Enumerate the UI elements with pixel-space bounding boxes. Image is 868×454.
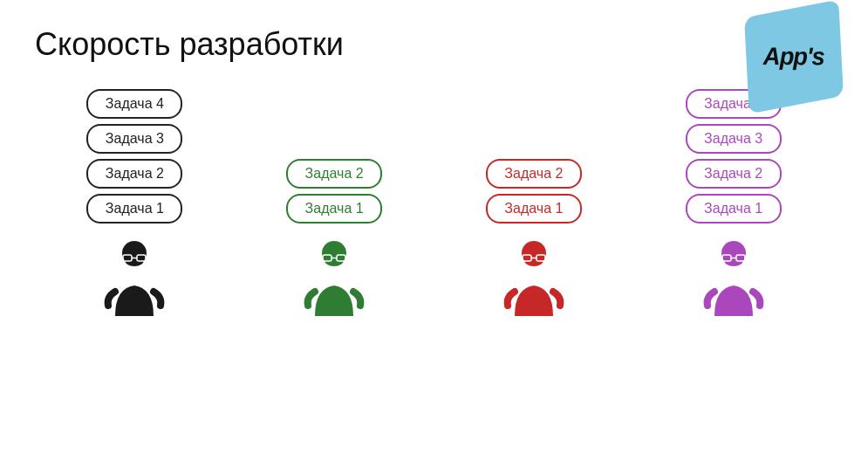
task-purple-3: Задача 3 [686, 124, 782, 154]
task-black-4: Задача 4 [86, 89, 182, 119]
task-purple-2: Задача 2 [686, 159, 782, 189]
task-black-3: Задача 3 [86, 124, 182, 154]
page: Скорость разработки App's Задача 4 Задач… [0, 0, 868, 454]
svg-point-6 [325, 254, 344, 266]
person-icon-green [299, 237, 369, 316]
task-green-1: Задача 1 [286, 194, 382, 224]
column-black: Задача 4 Задача 3 Задача 2 Задача 1 [35, 89, 235, 316]
person-icon-black [99, 237, 169, 316]
apps-logo-shape: App's [744, 0, 844, 114]
apps-logo-text: App's [763, 43, 824, 72]
page-title: Скорость разработки [35, 26, 833, 63]
svg-point-1 [125, 254, 144, 266]
task-black-1: Задача 1 [86, 194, 182, 224]
person-icon-purple [699, 237, 769, 316]
person-icon-red [499, 237, 569, 316]
column-green: Задача 2 Задача 1 [235, 159, 434, 316]
task-black-2: Задача 2 [86, 159, 182, 189]
columns-container: Задача 4 Задача 3 Задача 2 Задача 1 [35, 89, 833, 316]
task-red-1: Задача 1 [486, 194, 582, 224]
apps-logo: App's [746, 9, 842, 105]
column-purple: Задача 4 Задача 3 Задача 2 Задача 1 [633, 89, 833, 316]
column-red: Задача 2 Задача 1 [434, 159, 634, 316]
svg-point-16 [724, 254, 743, 266]
task-red-2: Задача 2 [486, 159, 582, 189]
svg-point-11 [524, 254, 543, 266]
tasks-red: Задача 2 Задача 1 [486, 159, 582, 224]
tasks-black: Задача 4 Задача 3 Задача 2 Задача 1 [86, 89, 182, 224]
task-purple-1: Задача 1 [686, 194, 782, 224]
task-green-2: Задача 2 [286, 159, 382, 189]
tasks-green: Задача 2 Задача 1 [286, 159, 382, 224]
